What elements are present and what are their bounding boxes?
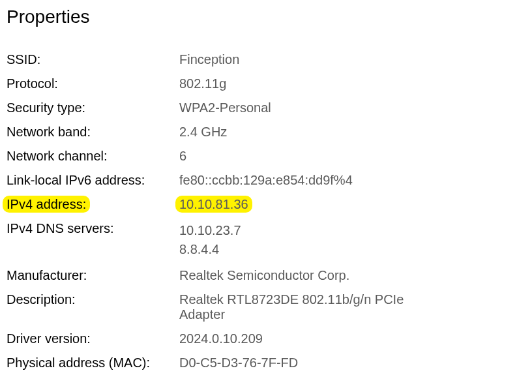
ssid-value: Finception [179, 52, 525, 67]
ipv4-address-label-highlight: IPv4 address: [7, 197, 86, 211]
properties-table: SSID: Finception Protocol: 802.11g Secur… [7, 52, 525, 370]
network-band-value: 2.4 GHz [179, 125, 525, 140]
ipv4-dns-label: IPv4 DNS servers: [7, 221, 179, 259]
description-value: Realtek RTL8723DE 802.11b/g/n PCIe Adapt… [179, 292, 407, 322]
link-local-ipv6-label: Link-local IPv6 address: [7, 173, 179, 188]
protocol-value: 802.11g [179, 76, 525, 91]
mac-label: Physical address (MAC): [7, 355, 179, 370]
mac-value: D0-C5-D3-76-7F-FD [179, 355, 525, 370]
network-channel-value: 6 [179, 149, 525, 164]
ipv4-address-label: IPv4 address: [7, 197, 179, 212]
driver-version-label: Driver version: [7, 331, 179, 346]
description-label: Description: [7, 292, 179, 322]
network-channel-label: Network channel: [7, 149, 179, 164]
protocol-label: Protocol: [7, 76, 179, 91]
security-type-label: Security type: [7, 100, 179, 115]
ipv4-dns-value: 10.10.23.7 8.8.4.4 [179, 221, 525, 259]
driver-version-value: 2024.0.10.209 [179, 331, 525, 346]
security-type-value: WPA2-Personal [179, 100, 525, 115]
manufacturer-label: Manufacturer: [7, 268, 179, 283]
properties-heading: Properties [7, 7, 525, 27]
network-band-label: Network band: [7, 125, 179, 140]
ipv4-dns-value-1: 10.10.23.7 [179, 221, 525, 240]
ipv4-address-value: 10.10.81.36 [179, 197, 525, 212]
link-local-ipv6-value: fe80::ccbb:129a:e854:dd9f%4 [179, 173, 525, 188]
ipv4-address-value-highlight: 10.10.81.36 [179, 197, 248, 211]
manufacturer-value: Realtek Semiconductor Corp. [179, 268, 525, 283]
ssid-label: SSID: [7, 52, 179, 67]
ipv4-dns-value-2: 8.8.4.4 [179, 240, 525, 259]
